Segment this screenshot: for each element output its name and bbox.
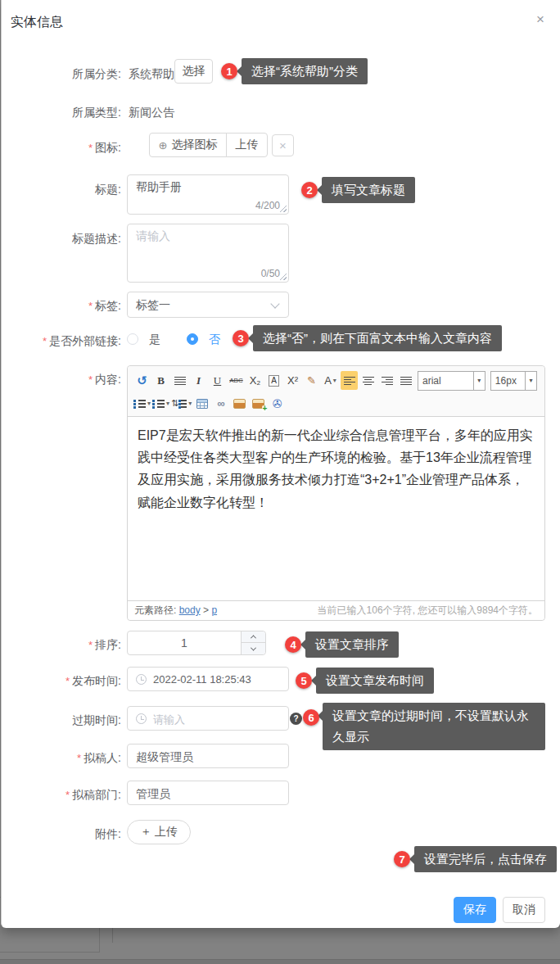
resize-handle-icon[interactable]: [279, 205, 287, 212]
expire-time-placeholder: 请输入: [153, 713, 185, 727]
unordered-list-icon[interactable]: ▾: [152, 394, 169, 413]
font-size-value: 16px: [491, 375, 525, 387]
strikethrough-icon[interactable]: ABC: [228, 371, 245, 390]
step-tooltip-3: 选择“否”，则在下面富文本中输入文章内容: [253, 325, 502, 351]
attachment-label: 附件:: [2, 826, 121, 842]
insert-image-icon[interactable]: [231, 394, 248, 413]
description-label: 标题描述:: [2, 230, 121, 247]
line-height-icon[interactable]: ⇅▾: [171, 394, 192, 413]
expire-time-input[interactable]: 请输入: [127, 706, 289, 731]
step-tooltip-4: 设置文章排序: [305, 631, 399, 658]
char-count-status: 当前已输入106个字符, 您还可以输入9894个字符。: [318, 604, 538, 618]
publish-time-label: *发布时间:: [2, 672, 121, 690]
path-body-link[interactable]: body: [179, 604, 201, 616]
draft-dept-input[interactable]: 管理员: [127, 781, 289, 805]
upload-image-icon[interactable]: [250, 394, 267, 413]
radio-no-label[interactable]: 否: [209, 333, 220, 346]
align-center-icon[interactable]: [359, 371, 377, 390]
title-textarea[interactable]: 帮助手册 4/200: [127, 174, 289, 215]
subscript-icon[interactable]: X₂: [246, 371, 264, 390]
font-size-select[interactable]: 16px▾: [490, 371, 537, 391]
align-left-icon[interactable]: [341, 371, 358, 390]
resize-handle-icon[interactable]: [279, 273, 287, 280]
sort-label: *排序:: [2, 636, 121, 654]
drafter-value: 超级管理员: [136, 750, 193, 765]
rich-text-editor: ↺ B I U ABC X₂ A X² ✎ A▾ arial▾ 16px▾ ▾: [127, 365, 545, 621]
description-placeholder: 请输入: [136, 229, 170, 244]
path-p-link[interactable]: p: [211, 604, 217, 616]
justify-icon[interactable]: [397, 371, 414, 390]
expire-time-label: 过期时间:: [2, 712, 121, 728]
step-badge-3: 3: [233, 330, 249, 346]
insert-link-icon[interactable]: ∞: [212, 394, 229, 413]
editor-statusbar: 元素路径: body > p 当前已输入106个字符, 您还可以输入9894个字…: [128, 600, 544, 620]
step-badge-6: 6: [303, 709, 319, 726]
close-icon[interactable]: ×: [536, 12, 544, 26]
font-family-select[interactable]: arial▾: [418, 371, 485, 391]
radio-yes[interactable]: [127, 333, 138, 345]
number-stepper: [241, 631, 265, 654]
category-label: 所属分类:: [2, 66, 121, 82]
radio-yes-label[interactable]: 是: [149, 333, 160, 346]
title-label: 标题:: [2, 181, 121, 197]
description-counter: 0/50: [261, 268, 280, 279]
draft-dept-label: *拟稿部门:: [2, 786, 121, 803]
editor-content[interactable]: EIP7是宏天软件推出的新一代企业综合信息管理平台，多年的应用实践中经受住各类大…: [128, 417, 544, 600]
caret-down-icon: ▾: [333, 377, 336, 384]
font-background-icon[interactable]: A: [265, 371, 282, 390]
type-value: 新闻公告: [129, 104, 174, 120]
caret-down-icon: ▾: [525, 372, 536, 390]
description-textarea[interactable]: 请输入 0/50: [127, 224, 289, 283]
external-link-label: *是否外部链接:: [2, 333, 121, 350]
content-label: *内容:: [2, 371, 121, 388]
category-value: 系统帮助: [129, 66, 174, 82]
tag-select[interactable]: 标签一: [127, 292, 289, 318]
icon-upload-button[interactable]: 上传: [226, 133, 268, 157]
superscript-icon[interactable]: X²: [284, 371, 301, 390]
step-tooltip-6: 设置文章的过期时间，不设置默认永久显示: [323, 703, 545, 750]
publish-time-value: 2022-02-11 18:25:43: [153, 673, 251, 686]
title-value: 帮助手册: [136, 180, 182, 195]
sort-input[interactable]: 1: [127, 631, 266, 655]
font-color-icon[interactable]: A▾: [322, 371, 339, 390]
step-badge-5: 5: [296, 672, 312, 689]
align-right-icon[interactable]: [378, 371, 395, 390]
ordered-list-icon[interactable]: ▾: [133, 394, 151, 413]
indent-icon[interactable]: [171, 371, 188, 390]
external-link-radio-group: 是 否: [127, 331, 220, 347]
format-painter-icon[interactable]: ✎: [303, 371, 320, 390]
step-tooltip-2: 填写文章标题: [322, 177, 415, 203]
draft-dept-value: 管理员: [136, 787, 170, 802]
sort-value: 1: [128, 636, 241, 649]
dialog-title: 实体信息: [11, 14, 63, 31]
undo-icon[interactable]: ↺: [133, 371, 151, 390]
font-family-value: arial: [418, 375, 473, 387]
type-label: 所属类型:: [2, 104, 121, 120]
cancel-button[interactable]: 取消: [503, 897, 545, 923]
drafter-input[interactable]: 超级管理员: [127, 744, 289, 768]
save-button[interactable]: 保存: [454, 897, 496, 923]
clock-icon: [136, 713, 147, 724]
stepper-up-icon[interactable]: [242, 631, 265, 643]
radio-no[interactable]: [187, 333, 198, 345]
underline-icon[interactable]: U: [209, 371, 226, 390]
stepper-down-icon[interactable]: [242, 643, 265, 654]
background-bottom-bar: [0, 959, 560, 964]
step-badge-7: 7: [394, 851, 410, 867]
publish-time-input[interactable]: 2022-02-11 18:25:43: [127, 667, 289, 691]
required-asterisk: *: [88, 142, 93, 154]
element-path: 元素路径: body > p: [134, 604, 217, 618]
insert-table-icon[interactable]: [193, 394, 210, 413]
icon-select-button[interactable]: ⊕选择图标: [149, 133, 227, 157]
category-select-button[interactable]: 选择: [174, 59, 213, 84]
tag-value: 标签一: [136, 298, 170, 313]
icon-clear-button[interactable]: ×: [272, 134, 294, 156]
step-tooltip-1: 选择“系统帮助”分类: [242, 58, 368, 84]
attachment-upload-button[interactable]: ＋ 上传: [127, 820, 191, 844]
attachment-icon[interactable]: ✇: [269, 394, 286, 413]
italic-icon[interactable]: I: [190, 371, 207, 390]
bold-icon[interactable]: B: [152, 371, 169, 390]
icon-label: *图标:: [2, 139, 121, 156]
entity-info-dialog: 实体信息 × 所属分类: 系统帮助 选择 所属类型: 新闻公告 *图标: ⊕选择…: [1, 0, 560, 928]
help-icon[interactable]: ?: [290, 713, 302, 725]
